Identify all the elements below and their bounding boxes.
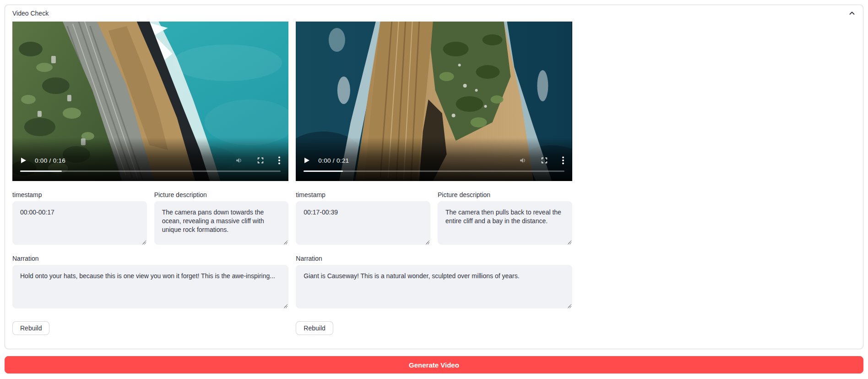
picture-description-input[interactable]: The camera pans down towards the ocean, … xyxy=(154,201,289,245)
volume-icon[interactable] xyxy=(235,156,243,165)
timestamp-input[interactable]: 00:00-00:17 xyxy=(12,201,147,245)
video-seekbar[interactable] xyxy=(304,170,564,172)
rebuild-button[interactable]: Rebuild xyxy=(296,321,333,335)
expander-header[interactable]: Video Check xyxy=(5,5,863,22)
video-seekbar[interactable] xyxy=(20,170,281,172)
narration-label: Narration xyxy=(12,255,288,262)
video-time-display: 0:00 / 0:16 xyxy=(35,157,65,164)
picture-description-input[interactable]: The camera then pulls back to reveal the… xyxy=(438,201,572,245)
video-player-1[interactable]: 0:00 / 0:16 xyxy=(12,22,288,181)
play-icon[interactable] xyxy=(304,157,310,164)
fullscreen-icon[interactable] xyxy=(541,157,548,164)
generate-video-button[interactable]: Generate Video xyxy=(5,356,863,374)
timestamp-input[interactable]: 00:17-00:39 xyxy=(296,201,430,245)
kebab-menu-icon[interactable] xyxy=(562,156,564,165)
video-check-expander: Video Check xyxy=(5,5,863,349)
fullscreen-icon[interactable] xyxy=(257,157,264,164)
video-buffered-bar xyxy=(20,170,62,172)
play-icon[interactable] xyxy=(20,157,27,164)
expander-title: Video Check xyxy=(12,10,49,17)
picture-description-label: Picture description xyxy=(438,191,572,198)
segment-1: 0:00 / 0:16 xyxy=(12,22,288,335)
expander-content: 0:00 / 0:16 xyxy=(5,22,863,342)
picture-description-label: Picture description xyxy=(154,191,289,198)
video-player-2[interactable]: 0:00 / 0:21 xyxy=(296,22,572,181)
chevron-up-icon[interactable] xyxy=(848,10,856,17)
narration-label: Narration xyxy=(296,255,572,262)
volume-icon[interactable] xyxy=(519,156,527,165)
empty-column xyxy=(580,22,856,335)
narration-input[interactable]: Hold onto your hats, because this is one… xyxy=(12,265,288,308)
timestamp-label: timestamp xyxy=(296,191,430,198)
narration-input[interactable]: Giant is Causeway! This is a natural won… xyxy=(296,265,572,308)
video-time-display: 0:00 / 0:21 xyxy=(318,157,349,164)
kebab-menu-icon[interactable] xyxy=(278,156,281,165)
video-buffered-bar xyxy=(304,170,342,172)
rebuild-button[interactable]: Rebuild xyxy=(12,321,49,335)
timestamp-label: timestamp xyxy=(12,191,147,198)
segment-2: 0:00 / 0:21 xyxy=(296,22,572,335)
